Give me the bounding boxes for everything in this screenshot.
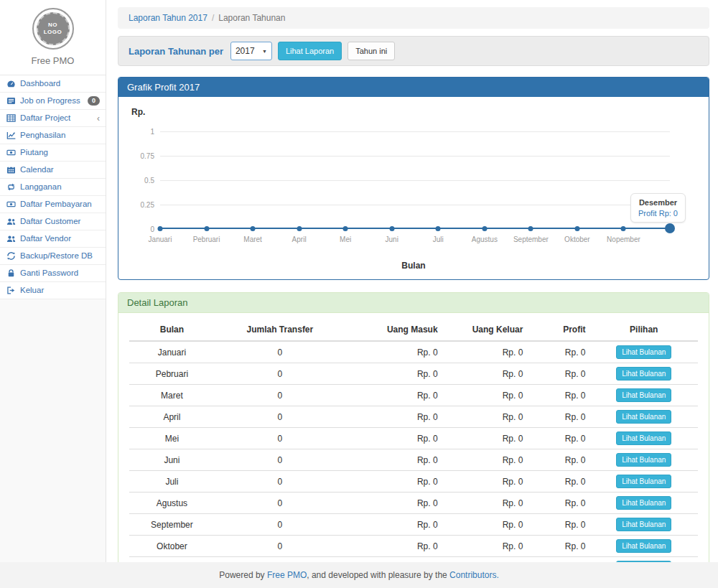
lihat-bulanan-button-pebruari[interactable]: Lihat Bulanan <box>616 367 671 381</box>
detail-panel-title: Detail Laporan <box>118 293 709 313</box>
sidebar-item-backup-restore-db[interactable]: Backup/Restore DB <box>0 248 106 265</box>
chart-line-series <box>160 228 670 229</box>
cell-pilihan: Lihat Bulanan <box>589 536 698 557</box>
lihat-bulanan-button-juli[interactable]: Lihat Bulanan <box>616 475 671 488</box>
data-point-juni[interactable] <box>389 226 394 231</box>
table-row: Mei0Rp. 0Rp. 0Rp. 0Lihat Bulanan <box>129 428 698 449</box>
sidebar-item-daftar-project[interactable]: Daftar Project‹ <box>0 110 106 127</box>
detail-table-wrap: BulanJumlah TransferUang MasukUang Kelua… <box>118 313 709 588</box>
lihat-bulanan-button-mei[interactable]: Lihat Bulanan <box>616 431 671 445</box>
footer-text-prefix: Powered by <box>219 570 264 580</box>
footer-link-free-pmo[interactable]: Free PMO <box>267 570 307 580</box>
cell-bulan: Juli <box>129 471 215 493</box>
lihat-bulanan-button-maret[interactable]: Lihat Bulanan <box>616 388 671 402</box>
sidebar-item-daftar-vendor[interactable]: Daftar Vendor <box>0 230 106 248</box>
data-point-juli[interactable] <box>436 226 441 231</box>
sidebar-item-calendar[interactable]: Calendar <box>0 162 106 179</box>
cell-jumlah-transfer: 0 <box>215 363 345 385</box>
data-point-nopember[interactable] <box>621 226 626 231</box>
cell-uang-keluar: Rp. 0 <box>442 385 528 406</box>
sidebar-item-dashboard[interactable]: Dashboard <box>0 75 106 93</box>
breadcrumb-link-laporan-tahun[interactable]: Laporan Tahun 2017 <box>129 13 208 23</box>
chart-panel-title: Grafik Profit 2017 <box>118 78 709 97</box>
cell-profit: Rp. 0 <box>527 514 589 536</box>
lihat-bulanan-button-september[interactable]: Lihat Bulanan <box>616 518 671 531</box>
footer-text-middle: , and developed with pleasure by the <box>307 570 447 580</box>
chart-x-axis-title: Bulan <box>129 261 699 274</box>
cell-jumlah-transfer: 0 <box>215 493 345 514</box>
x-tick-label: Pebruari <box>193 235 220 243</box>
lihat-bulanan-button-april[interactable]: Lihat Bulanan <box>616 410 671 424</box>
filter-label: Laporan Tahunan per <box>129 46 223 57</box>
logo-text-line2: LOGO <box>44 29 62 36</box>
data-point-september[interactable] <box>528 226 533 231</box>
table-row: Oktober0Rp. 0Rp. 0Rp. 0Lihat Bulanan <box>129 536 698 557</box>
sidebar-item-label: Piutang <box>20 148 48 157</box>
tahun-ini-button[interactable]: Tahun ini <box>348 42 395 60</box>
cell-profit: Rp. 0 <box>527 385 589 406</box>
sidebar-menu: DashboardJob on Progress0Daftar Project‹… <box>0 75 106 299</box>
cell-jumlah-transfer: 0 <box>215 536 345 557</box>
data-point-pebruari[interactable] <box>204 226 209 231</box>
data-point-desember[interactable] <box>665 223 675 233</box>
lihat-bulanan-button-juni[interactable]: Lihat Bulanan <box>616 453 671 467</box>
table-row: April0Rp. 0Rp. 0Rp. 0Lihat Bulanan <box>129 406 698 428</box>
data-point-januari[interactable] <box>158 226 163 231</box>
sidebar-item-ganti-password[interactable]: Ganti Password <box>0 265 106 282</box>
cell-jumlah-transfer: 0 <box>215 406 345 428</box>
y-tick-label: 0.75 <box>141 152 154 160</box>
footer-link-contributors[interactable]: Contributors. <box>449 570 499 580</box>
year-select[interactable]: 2017 ▼ <box>230 42 272 60</box>
x-tick-label: Juni <box>386 235 398 243</box>
sidebar-item-label: Ganti Password <box>20 269 78 278</box>
cell-bulan: Oktober <box>129 536 215 557</box>
table-row: Agustus0Rp. 0Rp. 0Rp. 0Lihat Bulanan <box>129 493 698 514</box>
cell-bulan: Januari <box>129 341 215 363</box>
data-point-oktober[interactable] <box>574 226 579 231</box>
table-row: Januari0Rp. 0Rp. 0Rp. 0Lihat Bulanan <box>129 341 698 363</box>
sidebar-item-daftar-pembayaran[interactable]: Daftar Pembayaran <box>0 196 106 213</box>
column-header-pilihan: Pilihan <box>589 319 698 341</box>
cell-pilihan: Lihat Bulanan <box>589 385 698 406</box>
data-point-agustus[interactable] <box>482 226 487 231</box>
cell-profit: Rp. 0 <box>527 406 589 428</box>
money-icon <box>6 149 17 157</box>
column-header-bulan: Bulan <box>129 319 215 341</box>
cell-pilihan: Lihat Bulanan <box>589 341 698 363</box>
cell-profit: Rp. 0 <box>527 536 589 557</box>
cell-bulan: Mei <box>129 428 215 449</box>
data-point-maret[interactable] <box>251 226 256 231</box>
data-point-mei[interactable] <box>343 226 348 231</box>
lihat-bulanan-button-januari[interactable]: Lihat Bulanan <box>616 345 671 359</box>
lihat-bulanan-button-oktober[interactable]: Lihat Bulanan <box>616 539 671 553</box>
cell-uang-keluar: Rp. 0 <box>442 406 528 428</box>
lock-icon <box>6 269 17 277</box>
sidebar-item-job-on-progress[interactable]: Job on Progress0 <box>0 93 106 110</box>
y-tick-label: 0.25 <box>141 201 154 209</box>
cell-uang-masuk: Rp. 0 <box>345 428 442 449</box>
cell-uang-masuk: Rp. 0 <box>345 341 442 363</box>
x-tick-label: Nopember <box>607 235 640 243</box>
sidebar-item-daftar-customer[interactable]: Daftar Customer <box>0 213 106 230</box>
tooltip-title: Desember <box>638 198 678 207</box>
cell-profit: Rp. 0 <box>527 493 589 514</box>
sign-out-icon <box>6 286 17 294</box>
lihat-bulanan-button-agustus[interactable]: Lihat Bulanan <box>616 496 671 510</box>
sidebar-item-piutang[interactable]: Piutang <box>0 144 106 162</box>
year-filter-bar: Laporan Tahunan per 2017 ▼ Lihat Laporan… <box>118 36 709 66</box>
sidebar-item-keluar[interactable]: Keluar <box>0 282 106 299</box>
sidebar-item-label: Dashboard <box>20 79 60 88</box>
sidebar-item-langganan[interactable]: Langganan <box>0 179 106 196</box>
x-tick-label: Juli <box>433 235 444 243</box>
sidebar-item-label: Job on Progress <box>20 96 80 106</box>
x-tick-label: Januari <box>149 235 172 243</box>
sidebar-item-label: Langganan <box>20 182 62 192</box>
sidebar-item-penghasilan[interactable]: Penghasilan <box>0 127 106 144</box>
data-point-april[interactable] <box>297 226 302 231</box>
lihat-laporan-button[interactable]: Lihat Laporan <box>278 42 342 60</box>
cell-uang-masuk: Rp. 0 <box>345 493 442 514</box>
cell-uang-masuk: Rp. 0 <box>345 406 442 428</box>
cell-pilihan: Lihat Bulanan <box>589 406 698 428</box>
table-icon <box>6 114 17 122</box>
detail-laporan-panel: Detail Laporan BulanJumlah TransferUang … <box>118 292 709 588</box>
